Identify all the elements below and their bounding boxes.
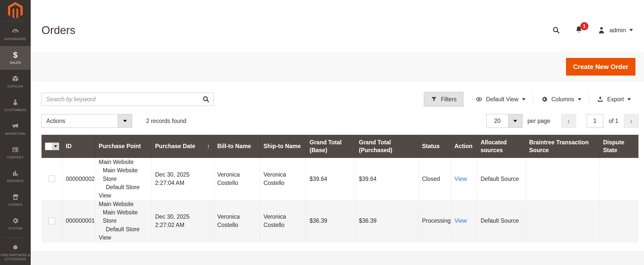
notifications-button[interactable]: 1	[574, 25, 583, 35]
column-label: Purchase Date	[155, 142, 195, 150]
username-label: admin	[610, 27, 626, 34]
eye-icon	[475, 96, 482, 103]
sidebar-item-label: CATALOG	[8, 84, 23, 89]
column-header-id[interactable]: ID	[62, 135, 95, 158]
current-page-input[interactable]	[587, 114, 603, 128]
dropdown-arrow	[52, 143, 59, 150]
export-icon	[597, 96, 604, 103]
sidebar-item-label: FIND PARTNERS & EXTENSIONS	[1, 253, 30, 261]
catalog-icon	[12, 75, 19, 82]
sidebar-item-find-partners[interactable]: FIND PARTNERS & EXTENSIONS	[0, 240, 31, 265]
view-order-link[interactable]: View	[455, 176, 467, 182]
mass-actions: Actions 2 records found	[42, 114, 186, 128]
column-header-dispute-state[interactable]: Dispute State	[599, 135, 638, 158]
view-order-link[interactable]: View	[455, 217, 467, 224]
actions-dropdown[interactable]: Actions	[42, 114, 132, 128]
global-search-icon[interactable]	[552, 26, 561, 35]
column-header-braintree[interactable]: Braintree Transaction Source	[526, 135, 599, 158]
sidebar-item-stores[interactable]: STORES	[0, 188, 31, 212]
row-select-cell	[42, 200, 62, 242]
action-cell: View	[451, 158, 477, 200]
sort-ascending-icon: ↑	[207, 142, 210, 150]
sidebar-divider	[3, 238, 28, 238]
records-found-label: 2 records found	[146, 118, 186, 124]
table-row: 000000002 Main Website Main Website Stor…	[42, 158, 638, 200]
purchase-date-cell: Dec 30, 2025 2:27:02 AM	[151, 200, 214, 242]
purchase-point-line: Main Website Store	[99, 166, 148, 183]
grand-total-purchased-cell: $36.39	[355, 200, 418, 242]
admin-sidebar: DASHBOARD $ SALES CATALOG CUSTOMERS MARK…	[0, 0, 31, 265]
actions-dropdown-value: Actions	[42, 114, 118, 127]
row-checkbox[interactable]	[49, 176, 55, 182]
status-cell: Closed	[418, 158, 451, 200]
search-icon	[202, 95, 210, 103]
columns-label: Columns	[551, 96, 574, 103]
user-icon	[597, 26, 606, 35]
chevron-down-icon	[578, 98, 581, 101]
sidebar-item-marketing[interactable]: MARKETING	[0, 117, 31, 141]
select-all-checkbox[interactable]	[45, 143, 59, 150]
export-button[interactable]: Export	[589, 92, 638, 107]
actions-pagination-row: Actions 2 records found 20 per page ‹ of…	[42, 114, 638, 128]
per-page-value: 20	[487, 114, 508, 127]
sidebar-item-reports[interactable]: REPORTS	[0, 164, 31, 188]
column-header-status[interactable]: Status	[418, 135, 451, 158]
dispute-state-cell	[599, 200, 638, 242]
bill-to-cell: Veronica Costello	[214, 158, 260, 200]
purchase-point-line: Main Website	[99, 158, 148, 166]
order-id-cell: 000000002	[62, 158, 95, 200]
notification-count-badge: 1	[580, 22, 588, 30]
filters-button[interactable]: Filters	[424, 92, 463, 107]
sidebar-item-content[interactable]: CONTENT	[0, 141, 31, 164]
grid-toolbar: Filters Default View Columns Export	[424, 92, 638, 107]
sidebar-item-sales[interactable]: $ SALES	[0, 46, 31, 70]
sidebar-item-label: SYSTEM	[8, 226, 22, 231]
action-cell: View	[451, 200, 477, 242]
sidebar-item-catalog[interactable]: CATALOG	[0, 70, 31, 93]
purchase-point-line: Default Store	[99, 183, 148, 191]
total-pages-label: of 1	[609, 118, 618, 124]
sales-icon: $	[13, 51, 18, 59]
admin-user-menu[interactable]: admin	[597, 26, 633, 35]
column-header-ship-to[interactable]: Ship-to Name	[260, 135, 306, 158]
status-cell: Processing	[418, 200, 451, 242]
purchase-point-line: Main Website	[99, 200, 148, 208]
column-header-grand-total-purchased[interactable]: Grand Total (Purchased)	[355, 135, 418, 158]
create-new-order-button[interactable]: Create New Order	[566, 58, 635, 76]
next-page-button[interactable]: ›	[624, 114, 638, 128]
sidebar-item-dashboard[interactable]: DASHBOARD	[0, 22, 31, 46]
previous-page-button[interactable]: ‹	[561, 114, 576, 128]
column-header-grand-total-base[interactable]: Grand Total (Base)	[306, 135, 355, 158]
allocated-sources-cell: Default Source	[477, 158, 526, 200]
column-header-bill-to[interactable]: Bill-to Name	[214, 135, 260, 158]
sidebar-item-label: MARKETING	[5, 132, 26, 136]
columns-selector[interactable]: Columns	[533, 92, 589, 107]
search-input[interactable]	[42, 96, 198, 103]
purchase-point-line: View	[99, 191, 148, 200]
column-header-allocated-sources[interactable]: Allocated sources	[477, 135, 526, 158]
keyword-search-box	[42, 93, 214, 106]
view-selector[interactable]: Default View	[468, 92, 533, 107]
sidebar-item-customers[interactable]: CUSTOMERS	[0, 93, 31, 117]
sidebar-item-label: CUSTOMERS	[5, 108, 26, 112]
row-checkbox[interactable]	[49, 218, 55, 224]
braintree-cell	[526, 158, 599, 200]
chevron-down-icon	[522, 98, 526, 101]
customers-icon	[12, 98, 19, 106]
column-header-action[interactable]: Action	[451, 135, 477, 158]
reports-icon	[12, 170, 19, 177]
select-all-header[interactable]	[42, 135, 62, 158]
braintree-cell	[526, 200, 599, 242]
column-header-purchase-point[interactable]: Purchase Point	[95, 135, 151, 158]
sidebar-item-label: SALES	[10, 61, 21, 65]
search-submit-button[interactable]	[198, 93, 214, 106]
grand-total-purchased-cell: $39.64	[355, 158, 418, 200]
page-actions-band: Create New Order	[31, 52, 644, 82]
column-header-purchase-date[interactable]: Purchase Date ↑	[151, 135, 214, 158]
magento-logo[interactable]	[0, 0, 31, 21]
dropdown-arrow	[118, 114, 132, 127]
purchase-point-cell: Main Website Main Website Store Default …	[95, 158, 151, 200]
orders-grid: ID Purchase Point Purchase Date ↑ Bill-t…	[42, 135, 638, 242]
sidebar-item-system[interactable]: SYSTEM	[0, 212, 31, 236]
per-page-dropdown[interactable]: 20	[486, 114, 522, 128]
